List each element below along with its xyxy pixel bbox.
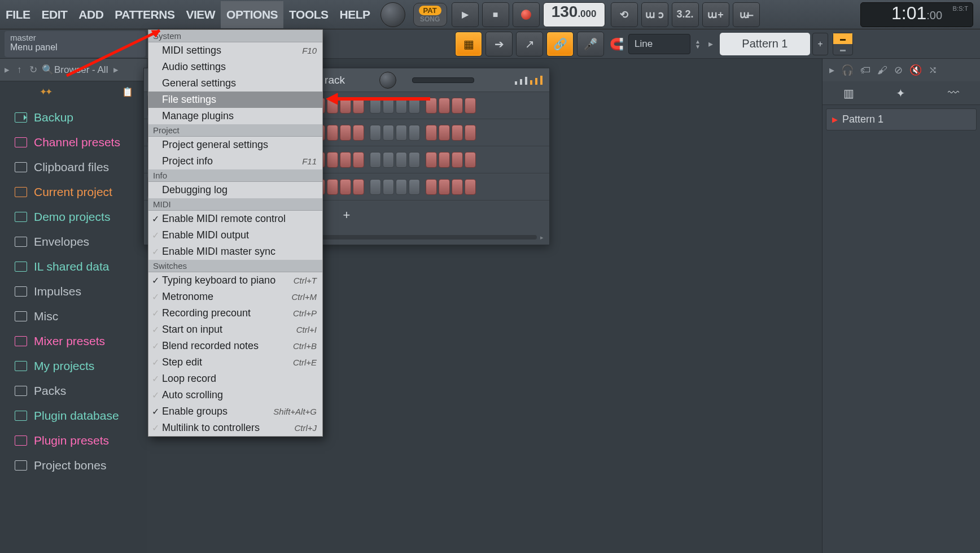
step[interactable]	[465, 125, 476, 141]
step[interactable]	[452, 98, 463, 114]
pattern-selector[interactable]: Pattern 1	[720, 33, 810, 55]
step[interactable]	[370, 152, 381, 168]
browser-item-channel-presets[interactable]: Channel presets	[0, 130, 147, 155]
browser-item-il-shared-data[interactable]: IL shared data	[0, 254, 147, 279]
menu-tools[interactable]: TOOLS	[283, 1, 334, 28]
browser-item-backup[interactable]: Backup	[0, 105, 147, 130]
arrow-mode-button[interactable]: ➔	[485, 32, 513, 56]
no-icon[interactable]: ⊘	[894, 64, 903, 76]
menu-options[interactable]: OPTIONS	[221, 1, 283, 28]
play-button[interactable]: ▶	[452, 2, 479, 27]
step[interactable]	[409, 125, 420, 141]
menu-item-auto-scrolling[interactable]: Auto scrolling	[148, 387, 322, 403]
menu-item-audio-settings[interactable]: Audio settings	[148, 59, 322, 75]
step[interactable]	[426, 98, 437, 114]
step[interactable]	[439, 179, 450, 195]
step[interactable]	[370, 179, 381, 195]
menu-item-project-general-settings[interactable]: Project general settings	[148, 137, 322, 153]
browser-item-impulses[interactable]: Impulses	[0, 279, 147, 304]
caret-right-icon[interactable]: ▸	[5, 64, 14, 76]
step[interactable]	[327, 152, 338, 168]
browser-item-current-project[interactable]: Current project	[0, 180, 147, 204]
step[interactable]	[409, 98, 420, 114]
play-tiny-icon[interactable]: ▸	[829, 64, 834, 76]
tool-btn-1[interactable]: ɯ ɔ	[641, 2, 668, 27]
step[interactable]	[396, 125, 407, 141]
step[interactable]	[465, 98, 476, 114]
step[interactable]	[327, 179, 338, 195]
menu-item-loop-record[interactable]: Loop record	[148, 371, 322, 387]
snap-stepper[interactable]: ▲▼	[695, 39, 701, 49]
refresh-icon[interactable]: ↻	[29, 64, 38, 76]
menu-item-enable-midi-master-sync[interactable]: Enable MIDI master sync	[148, 243, 322, 260]
browser-item-packs[interactable]: Packs	[0, 378, 147, 403]
step[interactable]	[327, 98, 338, 114]
step[interactable]	[439, 98, 450, 114]
step[interactable]	[409, 152, 420, 168]
menu-item-general-settings[interactable]: General settings	[148, 75, 322, 92]
step[interactable]	[383, 152, 394, 168]
tool-btn-4[interactable]: ɯ ̶	[733, 2, 760, 27]
snap-dropdown[interactable]: Line	[628, 34, 690, 54]
step[interactable]	[465, 152, 476, 168]
step[interactable]	[327, 125, 338, 141]
step[interactable]	[426, 125, 437, 141]
pattern-item-pattern-1[interactable]: ▶Pattern 1	[826, 108, 977, 130]
mute-icon[interactable]: 🔇	[909, 64, 922, 76]
shuffle-icon[interactable]: ⤭	[929, 64, 937, 76]
step[interactable]	[353, 152, 364, 168]
menu-item-manage-plugins[interactable]: Manage plugins	[148, 108, 322, 124]
menu-add[interactable]: ADD	[73, 1, 109, 28]
step[interactable]	[340, 152, 351, 168]
step[interactable]	[353, 98, 364, 114]
step[interactable]	[465, 179, 476, 195]
step[interactable]	[426, 179, 437, 195]
step[interactable]	[452, 179, 463, 195]
menu-item-file-settings[interactable]: File settings	[148, 92, 322, 108]
tool-btn-0[interactable]: ⟲	[611, 2, 638, 27]
menu-edit[interactable]: EDIT	[36, 1, 73, 28]
master-volume-knob[interactable]	[380, 2, 405, 27]
tab-audio[interactable]: ✦	[896, 86, 905, 100]
step[interactable]	[370, 98, 381, 114]
clipboard-icon[interactable]: 📋	[122, 86, 133, 97]
meter-icon[interactable]	[515, 76, 542, 85]
browser-item-clipboard-files[interactable]: Clipboard files	[0, 155, 147, 180]
step[interactable]	[426, 152, 437, 168]
browser-item-project-bones[interactable]: Project bones	[0, 453, 147, 478]
menu-view[interactable]: VIEW	[180, 1, 221, 28]
slip-mode-button[interactable]: ↗	[516, 32, 543, 56]
step[interactable]	[383, 98, 394, 114]
menu-item-step-edit[interactable]: Step editCtrl+E	[148, 354, 322, 371]
step[interactable]	[340, 179, 351, 195]
browser-item-my-projects[interactable]: My projects	[0, 354, 147, 378]
caret-right-icon[interactable]: ▸	[113, 64, 123, 76]
browser-item-mixer-presets[interactable]: Mixer presets	[0, 329, 147, 354]
menu-item-enable-groups[interactable]: Enable groupsShift+Alt+G	[148, 403, 322, 420]
pat-song-toggle[interactable]: PAT SONG	[413, 3, 447, 27]
step[interactable]	[370, 125, 381, 141]
mic-mode-button[interactable]: 🎤	[577, 32, 604, 56]
wave-icon[interactable]: ✦✦	[40, 86, 51, 97]
search-icon[interactable]: 🔍	[42, 64, 51, 76]
menu-item-recording-precount[interactable]: Recording precountCtrl+P	[148, 305, 322, 321]
tab-piano[interactable]: ▥	[843, 86, 854, 100]
step[interactable]	[396, 152, 407, 168]
browser-item-demo-projects[interactable]: Demo projects	[0, 204, 147, 229]
menu-item-project-info[interactable]: Project infoF11	[148, 153, 322, 169]
step[interactable]	[396, 179, 407, 195]
step[interactable]	[409, 179, 420, 195]
browser-item-plugin-presets[interactable]: Plugin presets	[0, 428, 147, 453]
step[interactable]	[383, 179, 394, 195]
headphones-icon[interactable]: 🎧	[841, 64, 854, 76]
playlist-toggle[interactable]: ▬▬	[833, 33, 853, 55]
stop-button[interactable]: ■	[482, 2, 509, 27]
browser-item-plugin-database[interactable]: Plugin database	[0, 403, 147, 428]
song-position-display[interactable]: B:S:T 1:01 :00	[860, 2, 973, 27]
step[interactable]	[353, 179, 364, 195]
step[interactable]	[452, 125, 463, 141]
up-arrow-icon[interactable]: ↑	[17, 64, 26, 76]
menu-file[interactable]: FILE	[0, 1, 36, 28]
tab-automation[interactable]: 〰	[948, 86, 959, 99]
menu-item-start-on-input[interactable]: Start on inputCtrl+I	[148, 321, 322, 338]
